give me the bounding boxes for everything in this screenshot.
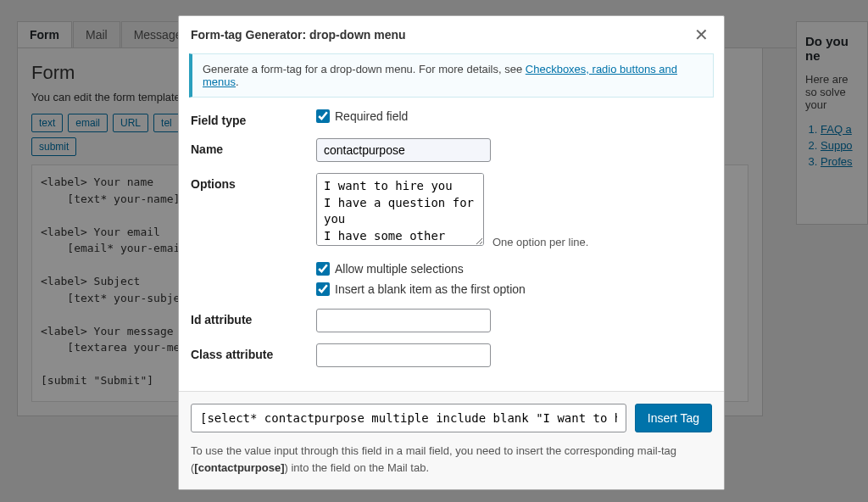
footer-note-mailtag: [contactpurpose] <box>194 461 284 474</box>
modal-header: Form-tag Generator: drop-down menu ✕ <box>179 16 724 53</box>
class-input[interactable] <box>316 343 491 367</box>
form-tag-generator-modal: Form-tag Generator: drop-down menu ✕ Gen… <box>178 15 725 490</box>
generated-tag-input[interactable] <box>191 404 626 432</box>
id-input[interactable] <box>316 309 491 332</box>
row-name: Name <box>191 138 712 162</box>
multiple-label: Allow multiple selections <box>335 262 464 276</box>
modal-title: Form-tag Generator: drop-down menu <box>191 28 406 42</box>
blank-wrap[interactable]: Insert a blank item as the first option <box>316 282 712 296</box>
blank-label: Insert a blank item as the first option <box>335 282 526 296</box>
row-id: Id attribute <box>191 309 712 332</box>
name-input[interactable] <box>316 138 491 162</box>
label-field-type: Field type <box>191 109 316 127</box>
tag-line: Insert Tag <box>191 404 712 432</box>
close-icon[interactable]: ✕ <box>691 25 712 45</box>
required-field-wrap[interactable]: Required field <box>316 109 712 123</box>
required-checkbox[interactable] <box>316 109 330 123</box>
label-id: Id attribute <box>191 309 316 326</box>
modal-footer: Insert Tag To use the value input throug… <box>179 391 724 489</box>
label-options: Options <box>191 173 316 191</box>
blank-checkbox[interactable] <box>316 282 330 296</box>
multiple-checkbox[interactable] <box>316 262 330 276</box>
label-class: Class attribute <box>191 343 316 361</box>
row-options: Options One option per line. Allow multi… <box>191 173 712 298</box>
insert-tag-button[interactable]: Insert Tag <box>635 404 712 432</box>
modal-body: Field type Required field Name Options O… <box>179 109 724 391</box>
info-text-post: . <box>236 75 239 88</box>
row-field-type: Field type Required field <box>191 109 712 127</box>
multiple-wrap[interactable]: Allow multiple selections <box>316 262 712 276</box>
options-textarea[interactable] <box>316 173 484 246</box>
required-label: Required field <box>335 109 408 123</box>
footer-note: To use the value input through this fiel… <box>191 443 712 476</box>
row-class: Class attribute <box>191 343 712 367</box>
info-text-pre: Generate a form-tag for a drop-down menu… <box>203 63 526 75</box>
info-banner: Generate a form-tag for a drop-down menu… <box>189 53 714 98</box>
label-name: Name <box>191 138 316 156</box>
footer-note-post: ) into the field on the Mail tab. <box>285 461 430 474</box>
options-helper: One option per line. <box>492 236 588 248</box>
